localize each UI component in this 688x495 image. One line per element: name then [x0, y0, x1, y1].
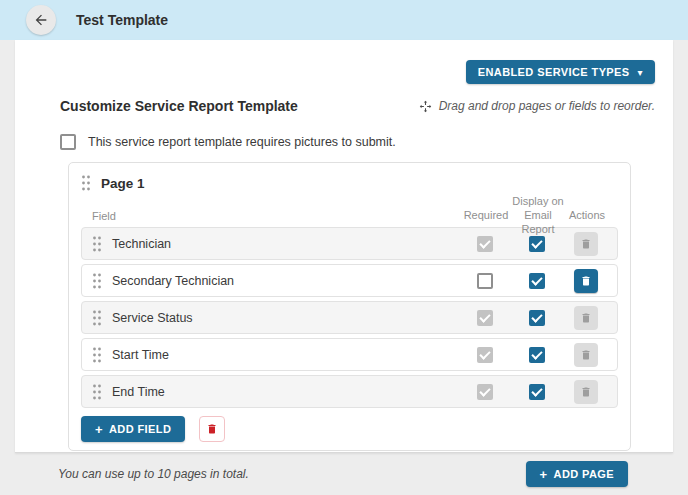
- footer-note: You can use up to 10 pages in total.: [58, 467, 249, 481]
- page-drag-handle-icon[interactable]: [81, 175, 91, 191]
- pictures-required-checkbox[interactable]: [60, 134, 76, 150]
- column-header-display-on-email: Display on Email Report: [512, 195, 564, 236]
- field-label: Secondary Technician: [112, 274, 234, 288]
- display-email-checkbox[interactable]: [529, 236, 545, 252]
- column-header-actions: Actions: [564, 209, 610, 223]
- field-row: Service Status: [81, 301, 618, 334]
- move-icon: [419, 100, 439, 113]
- required-checkbox: [477, 347, 493, 363]
- drag-hint: Drag and drop pages or fields to reorder…: [419, 99, 655, 113]
- field-label: Start Time: [112, 348, 169, 362]
- delete-field-button: [574, 232, 598, 256]
- section-heading: Customize Service Report Template: [60, 98, 298, 114]
- required-checkbox: [477, 384, 493, 400]
- back-button[interactable]: [26, 5, 56, 35]
- add-page-label: ADD PAGE: [554, 468, 614, 480]
- field-row: Secondary Technician: [81, 264, 618, 297]
- display-email-checkbox[interactable]: [529, 310, 545, 326]
- app-header: Test Template: [0, 0, 688, 40]
- field-drag-handle-icon[interactable]: [92, 236, 102, 252]
- add-page-button[interactable]: + ADD PAGE: [526, 461, 628, 487]
- delete-page-button[interactable]: [199, 416, 225, 442]
- page-card-title: Page 1: [101, 176, 145, 191]
- footer: You can use up to 10 pages in total. + A…: [0, 453, 688, 495]
- field-label: End Time: [112, 385, 165, 399]
- enabled-service-types-button[interactable]: ENABLED SERVICE TYPES ▾: [466, 60, 655, 84]
- field-row: End Time: [81, 375, 618, 408]
- plus-icon: +: [95, 422, 103, 437]
- required-checkbox: [477, 236, 493, 252]
- page-title: Test Template: [76, 12, 168, 28]
- trash-icon: [580, 238, 592, 250]
- add-field-label: ADD FIELD: [109, 423, 171, 435]
- plus-icon: +: [540, 467, 548, 482]
- trash-icon: [580, 275, 592, 287]
- column-header-row: Field Required Display on Email Report A…: [81, 195, 618, 227]
- display-email-checkbox[interactable]: [529, 384, 545, 400]
- trash-icon: [206, 423, 218, 435]
- display-email-checkbox[interactable]: [529, 273, 545, 289]
- pictures-checkbox-label: This service report template requires pi…: [88, 135, 396, 149]
- required-checkbox: [477, 310, 493, 326]
- field-drag-handle-icon[interactable]: [92, 310, 102, 326]
- column-header-required: Required: [460, 209, 512, 223]
- field-label: Service Status: [112, 311, 193, 325]
- delete-field-button: [574, 380, 598, 404]
- delete-field-button[interactable]: [574, 269, 598, 293]
- field-drag-handle-icon[interactable]: [92, 273, 102, 289]
- trash-icon: [580, 349, 592, 361]
- enabled-service-types-label: ENABLED SERVICE TYPES: [478, 66, 630, 78]
- field-drag-handle-icon[interactable]: [92, 384, 102, 400]
- trash-icon: [580, 386, 592, 398]
- content-paper: ENABLED SERVICE TYPES ▾ Customize Servic…: [15, 40, 673, 453]
- field-label: Technician: [112, 237, 171, 251]
- arrow-left-icon: [33, 12, 49, 28]
- field-row: Start Time: [81, 338, 618, 371]
- required-checkbox[interactable]: [477, 273, 493, 289]
- page-card: Page 1 Field Required Display on Email R…: [68, 162, 631, 451]
- column-header-field: Field: [91, 210, 460, 222]
- add-field-button[interactable]: + ADD FIELD: [81, 416, 185, 442]
- trash-icon: [580, 312, 592, 324]
- delete-field-button: [574, 343, 598, 367]
- field-rows: Technician Secondary Technician: [81, 227, 618, 408]
- field-drag-handle-icon[interactable]: [92, 347, 102, 363]
- drag-hint-text: Drag and drop pages or fields to reorder…: [439, 99, 655, 113]
- display-email-checkbox[interactable]: [529, 347, 545, 363]
- caret-down-icon: ▾: [638, 67, 643, 78]
- delete-field-button: [574, 306, 598, 330]
